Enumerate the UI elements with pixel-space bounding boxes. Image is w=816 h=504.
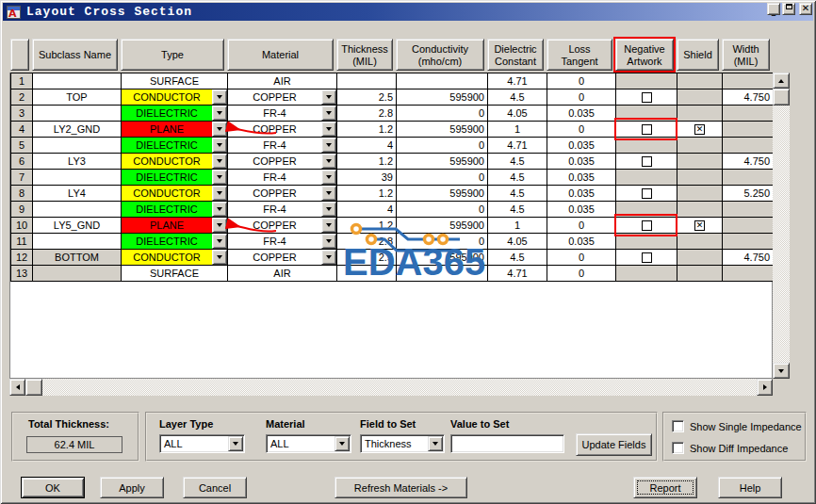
- width-cell[interactable]: 4.750: [723, 250, 774, 266]
- dielectric-constant-cell[interactable]: 4.05: [488, 234, 547, 250]
- dielectric-constant-cell[interactable]: 4.5: [488, 186, 547, 202]
- material-value[interactable]: COPPER: [228, 154, 321, 169]
- scroll-left-button[interactable]: [9, 379, 25, 396]
- show-single-impedance-checkbox[interactable]: [672, 420, 684, 432]
- type-dropdown-button[interactable]: [212, 170, 227, 185]
- type-dropdown-button[interactable]: [212, 122, 227, 137]
- dielectric-constant-cell[interactable]: 4.71: [488, 266, 547, 282]
- loss-tangent-cell[interactable]: 0: [547, 73, 616, 89]
- material-value[interactable]: COPPER: [228, 89, 321, 105]
- subclass-name-cell[interactable]: [33, 202, 122, 218]
- layer-type-value[interactable]: DIELECTRIC: [122, 202, 212, 217]
- type-dropdown-button[interactable]: [212, 202, 227, 217]
- material-value[interactable]: FR-4: [228, 106, 321, 121]
- negative-artwork-checkbox[interactable]: [642, 124, 652, 135]
- loss-tangent-cell[interactable]: 0: [547, 250, 616, 266]
- conductivity-cell[interactable]: 595900: [397, 186, 488, 202]
- dielectric-constant-cell[interactable]: 4.05: [488, 106, 547, 122]
- refresh-materials-button[interactable]: Refresh Materials ->: [335, 477, 467, 498]
- conductivity-cell[interactable]: [397, 266, 488, 282]
- material-value[interactable]: FR-4: [228, 170, 321, 185]
- help-button[interactable]: Help: [718, 477, 782, 498]
- dielectric-constant-cell[interactable]: 1: [488, 122, 547, 138]
- conductivity-cell[interactable]: 595900: [397, 154, 488, 170]
- material-dropdown-button[interactable]: [321, 170, 336, 185]
- layer-type-value[interactable]: PLANE: [122, 122, 212, 137]
- type-dropdown-button[interactable]: [212, 234, 227, 249]
- dielectric-constant-cell[interactable]: 4.5: [488, 250, 547, 266]
- width-cell[interactable]: 5.250: [723, 186, 774, 202]
- loss-tangent-cell[interactable]: 0: [547, 122, 616, 138]
- thickness-cell[interactable]: 1.2: [337, 218, 397, 234]
- dielectric-constant-cell[interactable]: 4.5: [488, 89, 547, 106]
- shield-checkbox[interactable]: ✕: [694, 220, 705, 231]
- material-select[interactable]: ALL: [266, 434, 351, 453]
- subclass-name-cell[interactable]: [33, 106, 122, 122]
- thickness-cell[interactable]: 2.5: [337, 250, 397, 266]
- material-dropdown-button[interactable]: [321, 202, 336, 217]
- close-button[interactable]: ✕: [799, 3, 812, 15]
- material-value[interactable]: COPPER: [228, 122, 321, 137]
- layer-type-value[interactable]: SURFACE: [122, 73, 227, 89]
- value-to-set-input[interactable]: [450, 434, 564, 453]
- material-dropdown-button[interactable]: [321, 154, 336, 169]
- material-value[interactable]: COPPER: [228, 218, 321, 233]
- subclass-name-cell[interactable]: [33, 170, 122, 186]
- subclass-name-cell[interactable]: TOP: [33, 89, 122, 106]
- horizontal-scrollbar[interactable]: [9, 379, 773, 396]
- material-value[interactable]: COPPER: [228, 186, 321, 201]
- loss-tangent-cell[interactable]: 0.035: [547, 202, 616, 218]
- layer-type-value[interactable]: CONDUCTOR: [122, 154, 212, 169]
- type-dropdown-button[interactable]: [212, 89, 227, 105]
- layer-type-value[interactable]: DIELECTRIC: [122, 106, 212, 121]
- report-button[interactable]: Report: [633, 477, 697, 498]
- loss-tangent-cell[interactable]: 0: [547, 266, 616, 282]
- material-value[interactable]: FR-4: [228, 138, 321, 153]
- dielectric-constant-cell[interactable]: 4.5: [488, 154, 547, 170]
- thickness-cell[interactable]: [337, 266, 397, 282]
- conductivity-cell[interactable]: 0: [397, 170, 488, 186]
- subclass-name-cell[interactable]: LY2_GND: [33, 122, 122, 138]
- minimize-button[interactable]: _: [767, 3, 780, 15]
- dielectric-constant-cell[interactable]: 4.71: [488, 138, 547, 154]
- conductivity-cell[interactable]: [397, 73, 488, 89]
- thickness-cell[interactable]: 39: [337, 170, 397, 186]
- negative-artwork-checkbox[interactable]: [642, 188, 652, 199]
- dielectric-constant-cell[interactable]: 4.5: [488, 202, 547, 218]
- update-fields-button[interactable]: Update Fields: [576, 433, 652, 456]
- subclass-name-cell[interactable]: [33, 234, 122, 250]
- material-dropdown-button[interactable]: [321, 186, 336, 201]
- loss-tangent-cell[interactable]: 0.035: [547, 170, 616, 186]
- field-to-set-select[interactable]: Thickness: [360, 434, 445, 453]
- scroll-down-button[interactable]: [773, 363, 790, 379]
- material-dropdown-button[interactable]: [321, 122, 336, 137]
- conductivity-cell[interactable]: 595900: [397, 122, 488, 138]
- material-dropdown-button[interactable]: [321, 89, 336, 105]
- layer-type-value[interactable]: DIELECTRIC: [122, 138, 212, 153]
- apply-button[interactable]: Apply: [100, 477, 164, 498]
- thickness-cell[interactable]: 1.2: [337, 186, 397, 202]
- type-dropdown-button[interactable]: [212, 250, 227, 265]
- negative-artwork-checkbox[interactable]: [642, 220, 652, 231]
- thickness-cell[interactable]: 1.2: [337, 122, 397, 138]
- layer-type-select[interactable]: ALL: [159, 434, 245, 453]
- width-cell[interactable]: 4.750: [723, 154, 774, 170]
- layer-type-value[interactable]: DIELECTRIC: [122, 170, 212, 185]
- loss-tangent-cell[interactable]: 0.035: [547, 138, 616, 154]
- subclass-name-cell[interactable]: [33, 73, 122, 89]
- vertical-scroll-thumb[interactable]: [773, 89, 790, 106]
- type-dropdown-button[interactable]: [212, 138, 227, 153]
- layer-type-value[interactable]: SURFACE: [122, 266, 227, 281]
- loss-tangent-cell[interactable]: 0: [547, 89, 616, 106]
- type-dropdown-button[interactable]: [212, 218, 227, 233]
- layer-type-value[interactable]: CONDUCTOR: [122, 89, 212, 105]
- layer-type-value[interactable]: DIELECTRIC: [122, 234, 212, 249]
- thickness-cell[interactable]: 2.5: [337, 89, 397, 106]
- thickness-cell[interactable]: 4: [337, 202, 397, 218]
- loss-tangent-cell[interactable]: 0.035: [547, 154, 616, 170]
- subclass-name-cell[interactable]: LY3: [33, 154, 122, 170]
- thickness-cell[interactable]: 4: [337, 138, 397, 154]
- chevron-down-icon[interactable]: [335, 436, 350, 451]
- material-value[interactable]: FR-4: [228, 202, 321, 217]
- material-value[interactable]: AIR: [228, 266, 336, 281]
